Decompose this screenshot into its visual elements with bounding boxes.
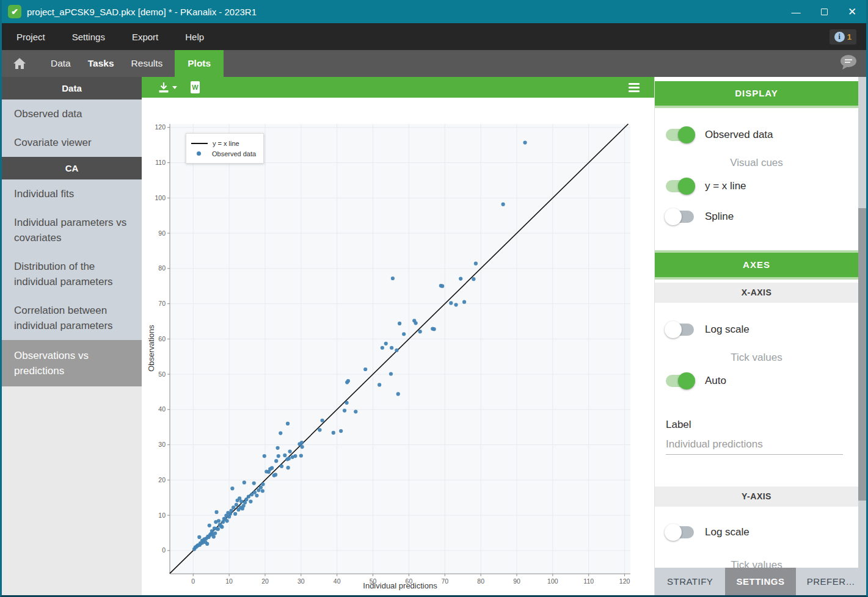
y-log-scale-label: Log scale [705,526,749,538]
svg-text:40: 40 [158,405,166,413]
tab-preferences[interactable]: PREFER… [796,568,866,595]
title-bar: ✔ project_aPCSK9_SAD.pkx [demo] * - PKan… [2,0,866,23]
sidebar-item-individual-fits[interactable]: Individual fits [2,179,142,208]
tab-data[interactable]: Data [51,50,71,77]
plot-area: 0102030405060708090100110120010203040506… [142,98,654,597]
close-button[interactable]: ✕ [838,0,866,23]
svg-text:20: 20 [261,577,269,585]
maximize-icon [821,9,828,15]
tab-plots[interactable]: Plots [175,50,224,77]
sidebar-item-distribution-ind-params[interactable]: Distribution of the individual parameter… [2,252,142,296]
svg-text:90: 90 [513,577,520,585]
pkanalix-window: ✔ project_aPCSK9_SAD.pkx [demo] * - PKan… [0,0,868,597]
main-content: Data Observed data Covariate viewer CA I… [2,77,866,595]
svg-text:120: 120 [155,123,166,131]
x-log-scale-label: Log scale [705,324,749,336]
svg-text:70: 70 [158,300,166,307]
menu-settings[interactable]: Settings [72,32,105,42]
yx-line-label: y = x line [705,180,746,192]
x-tick-values-caption: Tick values [655,352,858,364]
svg-text:0: 0 [191,577,195,585]
maximize-button[interactable] [810,0,838,23]
legend-label: Observed data [212,150,256,157]
download-icon [158,82,170,93]
menu-help[interactable]: Help [185,32,204,42]
pkanalix-leaf-icon: ✔ [8,5,21,18]
x-auto-toggle-row: Auto [655,372,866,389]
word-export-icon[interactable]: W [191,81,200,93]
window-controls: — ✕ [782,0,866,23]
info-icon: i [834,32,845,42]
sidebar-item-ind-params-vs-covariates[interactable]: Individual parameters vs covariates [2,208,142,252]
yx-line-toggle-row: y = x line [655,178,866,195]
x-axis-label-input[interactable] [666,436,843,455]
svg-text:10: 10 [225,577,233,585]
line-sample-icon [191,143,208,144]
legend-entry-observed-data: Observed data [191,148,256,159]
sidebar-item-correlation-ind-params[interactable]: Correlation between individual parameter… [2,296,142,340]
tab-results[interactable]: Results [131,50,163,77]
observed-data-toggle-row: Observed data [655,126,866,143]
svg-text:50: 50 [158,371,166,378]
spline-label: Spline [705,211,734,223]
sidebar-item-observed-data[interactable]: Observed data [2,100,142,128]
window-title: project_aPCSK9_SAD.pkx [demo] * - PKanal… [27,7,257,17]
x-auto-toggle[interactable] [666,375,694,387]
plot-panel: W 01020304050607080901001101200102030405… [142,77,654,595]
svg-text:110: 110 [583,577,594,585]
observed-data-toggle[interactable] [666,129,694,141]
svg-text:90: 90 [158,230,166,237]
y-log-scale-toggle[interactable] [666,526,694,538]
observed-data-label: Observed data [705,129,773,141]
plot-legend: y = x line Observed data [186,133,264,164]
sidebar-section-ca: CA [2,157,142,179]
svg-text:80: 80 [158,264,166,272]
plot-toolbar: W [142,77,654,98]
menu-bar: Project Settings Export Help i 1 [2,23,866,50]
x-label-caption: Label [655,419,866,431]
svg-text:110: 110 [155,159,166,166]
legend-label: y = x line [213,140,239,147]
svg-text:120: 120 [619,577,630,585]
main-tab-bar: Data Tasks Results Plots [2,50,866,77]
menu-export[interactable]: Export [132,32,158,42]
home-icon[interactable] [13,57,26,70]
notification-count: 1 [847,32,852,42]
svg-text:0: 0 [162,546,166,554]
svg-text:20: 20 [158,476,166,483]
svg-text:30: 30 [297,577,305,585]
sidebar-section-data: Data [2,77,142,100]
menu-project[interactable]: Project [16,32,45,42]
yx-line-toggle[interactable] [666,180,694,192]
y-log-scale-toggle-row: Log scale [655,524,866,541]
tab-stratify[interactable]: STRATIFY [655,568,725,595]
x-axis-subheader: X-AXIS [655,283,858,303]
sidebar-item-observations-vs-predictions[interactable]: Observations vs predictions [2,340,142,386]
svg-text:100: 100 [547,577,558,585]
tab-tasks[interactable]: Tasks [88,50,114,77]
panel-scrollbar[interactable] [858,77,866,568]
sidebar-item-covariate-viewer[interactable]: Covariate viewer [2,128,142,157]
speech-bubble-icon[interactable] [839,54,858,73]
x-log-scale-toggle-row: Log scale [655,321,866,338]
svg-text:60: 60 [158,335,166,342]
notification-badge[interactable]: i 1 [830,29,856,45]
scatter-plot[interactable]: 0102030405060708090100110120010203040506… [142,98,654,595]
spline-toggle-row: Spline [655,208,866,225]
panel-scrollbar-thumb[interactable] [858,208,866,501]
caret-down-icon [172,86,177,89]
legend-entry-yx-line: y = x line [191,138,256,148]
display-section-header: DISPLAY [655,81,858,108]
minimize-button[interactable]: — [782,0,810,23]
point-sample-icon [197,151,201,156]
tab-settings[interactable]: SETTINGS [725,568,795,595]
hamburger-menu-icon[interactable] [629,83,640,92]
x-axis-title: Individual predictions [308,581,492,590]
x-log-scale-toggle[interactable] [666,324,694,336]
svg-text:30: 30 [158,441,166,448]
y-axis-subheader: Y-AXIS [655,487,858,507]
spline-toggle[interactable] [666,211,694,223]
panel-bottom-tabs: STRATIFY SETTINGS PREFER… [655,568,866,595]
export-plot-button[interactable] [158,82,177,93]
settings-panel: DISPLAY Observed data Visual cues y = x … [654,77,866,595]
